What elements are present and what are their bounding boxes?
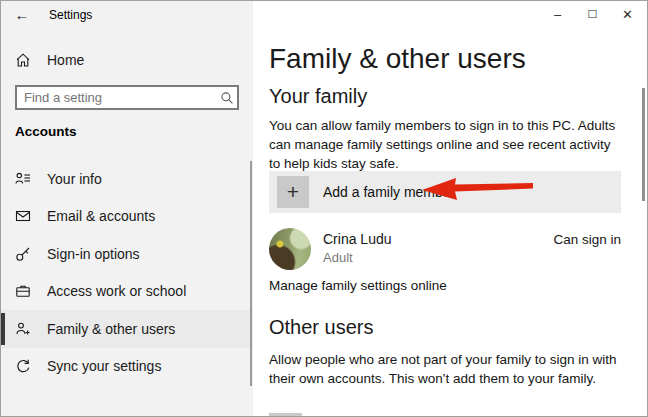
sync-icon [15,358,31,374]
page-content: Family & other users Your family You can… [269,1,621,416]
main-pane: – ☐ ✕ Family & other users Your family Y… [253,1,647,416]
titlebar: ← Settings [1,1,253,29]
other-users-description: Allow people who are not part of your fa… [269,351,621,389]
key-icon [15,246,31,262]
sidebar-item-email-accounts[interactable]: Email & accounts [1,198,253,236]
minimize-button[interactable]: – [540,1,575,27]
window-controls: – ☐ ✕ [540,1,645,27]
avatar [269,228,311,270]
your-family-heading: Your family [269,85,367,108]
close-button[interactable]: ✕ [610,1,645,27]
sidebar-item-label: Family & other users [47,321,175,337]
sidebar-item-home[interactable]: Home [1,45,253,75]
family-icon [15,321,31,337]
back-button[interactable]: ← [11,5,33,25]
sidebar-item-sync-settings[interactable]: Sync your settings [1,348,253,386]
sidebar: ← Settings Home Accounts [1,1,253,416]
sidebar-item-label: Sign-in options [47,246,140,262]
member-name: Crina Ludu [323,231,392,247]
your-family-description: You can allow family members to sign in … [269,117,621,174]
briefcase-icon [15,283,31,299]
sidebar-item-label: Email & accounts [47,208,155,224]
maximize-button[interactable]: ☐ [575,1,610,27]
manage-family-settings-link[interactable]: Manage family settings online [269,278,447,293]
main-scrollbar[interactable] [642,88,645,201]
app-title: Settings [49,8,92,22]
sidebar-item-your-info[interactable]: Your info [1,160,253,198]
email-icon [15,208,31,224]
red-arrow-annotation [419,174,537,204]
sidebar-section-accounts: Accounts [15,124,77,139]
other-users-heading: Other users [269,316,373,339]
sidebar-item-label: Your info [47,171,102,187]
sidebar-item-label: Access work or school [47,283,186,299]
plus-icon: + [277,176,309,208]
sidebar-scrollbar[interactable] [250,161,252,386]
person-card-icon [15,171,31,187]
search-input[interactable] [17,90,217,105]
search-icon [217,91,237,105]
sidebar-item-access-work-school[interactable]: Access work or school [1,273,253,311]
sidebar-item-sign-in-options[interactable]: Sign-in options [1,235,253,273]
settings-window: ← Settings Home Accounts [0,0,648,417]
search-box [15,85,239,110]
home-icon [15,52,31,68]
member-role: Adult [323,250,353,265]
sidebar-item-label: Sync your settings [47,358,161,374]
sidebar-item-label: Home [47,52,84,68]
page-title: Family & other users [269,43,526,75]
add-other-user-tile-partial [269,413,302,416]
member-status: Can sign in [553,232,621,247]
sidebar-item-family-other-users[interactable]: Family & other users [1,310,253,348]
family-member-row[interactable]: Crina Ludu Adult Can sign in [269,227,621,271]
sidebar-nav: Your info Email & accounts Sign-in optio… [1,160,253,385]
